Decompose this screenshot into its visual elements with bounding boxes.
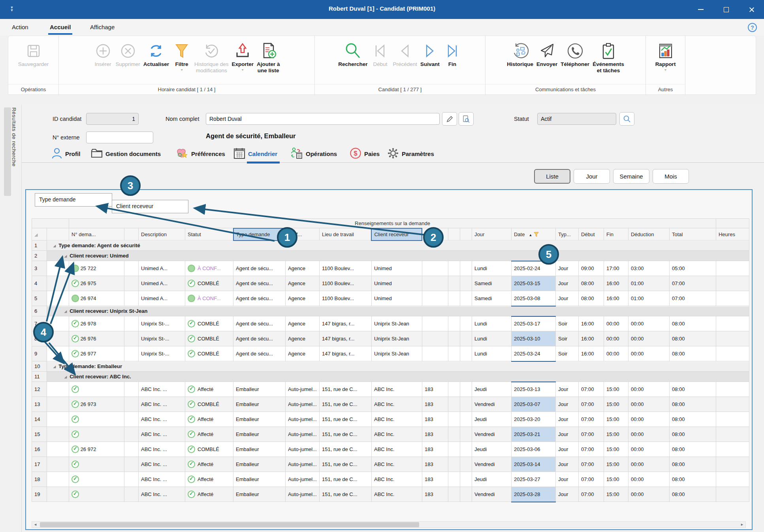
maximize-button[interactable] — [713, 0, 739, 19]
cell-indent[interactable] — [47, 261, 69, 276]
row-number[interactable]: 17 — [32, 457, 47, 472]
cell-ndem[interactable] — [69, 382, 124, 397]
cell-indent[interactable] — [47, 472, 69, 487]
filtre-button[interactable]: Filtre⌄ — [171, 39, 193, 72]
cell-heures[interactable] — [716, 412, 749, 427]
cell-ndem[interactable]: 26 975 — [69, 276, 124, 291]
cell-ded[interactable]: 00:00 — [628, 457, 669, 472]
cell-typedem[interactable]: Emballeur — [233, 442, 286, 457]
collapse-icon[interactable]: ◢ — [64, 310, 67, 313]
collapse-icon[interactable]: ◢ — [64, 254, 67, 258]
cell-date[interactable]: 2025-03-10 — [511, 331, 555, 346]
cell-typeaff[interactable]: Auto-jumel... — [286, 397, 320, 412]
cell-lieu[interactable]: 147 bigras, r... — [319, 331, 371, 346]
cell-debut[interactable]: 16:00 — [578, 346, 604, 361]
cell-typedem[interactable]: Agent de sécu... — [233, 346, 286, 361]
cell-jour[interactable]: Jeudi — [472, 442, 511, 457]
cell-client[interactable]: Uniprix St-Jean — [371, 331, 422, 346]
cell-heures[interactable] — [716, 487, 749, 502]
tab-param-tres[interactable]: Paramètres — [387, 146, 434, 161]
cell-typedem[interactable]: Emballeur — [233, 457, 286, 472]
cell-typedem[interactable]: Emballeur — [233, 427, 286, 442]
cell-total[interactable]: 08:00 — [669, 442, 716, 457]
cell-date[interactable]: 2025-03-15 — [511, 276, 555, 291]
cell-jour[interactable]: Lundi — [472, 346, 511, 361]
col-jour[interactable]: Jour — [472, 228, 511, 241]
cell-typ[interactable]: Jour — [555, 487, 578, 502]
cell-ded[interactable]: 00:00 — [628, 427, 669, 442]
schedule-row[interactable]: 8 26 976 Uniprix St-...COMBLÉAgent de sé… — [32, 331, 749, 346]
cell-desc[interactable]: Unimed A... — [139, 276, 185, 291]
cell-ded[interactable]: 00:00 — [628, 397, 669, 412]
cell-ndem[interactable] — [69, 472, 124, 487]
close-button[interactable] — [739, 0, 764, 19]
cell-lieu[interactable]: 151, rue de C... — [319, 457, 371, 472]
cell-desc[interactable]: ABC Inc. ... — [139, 442, 185, 457]
cell-be[interactable] — [422, 346, 448, 361]
cell-typeaff[interactable]: Auto-jumel... — [286, 472, 320, 487]
cell-e1[interactable] — [448, 291, 460, 306]
cell-e1[interactable] — [448, 346, 460, 361]
cell-fin[interactable]: 15:00 — [604, 487, 628, 502]
cell-typedem[interactable]: Emballeur — [233, 382, 286, 397]
cell-desc[interactable]: Unimed A... — [139, 261, 185, 276]
cell-date[interactable]: 2025-03-14 — [511, 457, 555, 472]
cell-ded[interactable]: 00:00 — [628, 346, 669, 361]
row-number[interactable]: 2 — [32, 251, 47, 261]
cell-fin[interactable]: 15:00 — [604, 427, 628, 442]
schedule-row[interactable]: 14 ABC Inc. ...AffectéEmballeurAuto-jume… — [32, 412, 749, 427]
cell-gap[interactable] — [124, 291, 139, 306]
cell-gap[interactable] — [124, 331, 139, 346]
cell-desc[interactable]: Uniprix St-... — [139, 331, 185, 346]
cell-be[interactable]: 183 — [422, 487, 448, 502]
cell-desc[interactable]: Unimed A... — [139, 291, 185, 306]
cell-client[interactable]: ABC Inc. — [371, 442, 422, 457]
cell-indent[interactable] — [47, 397, 69, 412]
rapport-button[interactable]: Rapport⌄ — [654, 39, 677, 72]
cell-typ[interactable]: Jour — [555, 261, 578, 276]
cell-debut[interactable]: 09:00 — [578, 261, 604, 276]
cell-ndem[interactable] — [69, 412, 124, 427]
minimize-button[interactable] — [688, 0, 713, 19]
col-statut[interactable]: Statut — [185, 228, 233, 241]
cell-fin[interactable]: 16:00 — [604, 291, 628, 306]
cell-gap[interactable] — [124, 316, 139, 331]
row-number[interactable]: 4 — [32, 276, 47, 291]
cell-e2[interactable] — [460, 382, 472, 397]
no-externe-field[interactable] — [86, 132, 153, 143]
group-row[interactable]: 11◢Client receveur: ABC Inc. — [32, 372, 749, 382]
cell-e1[interactable] — [448, 331, 460, 346]
cell-heures[interactable] — [716, 331, 749, 346]
cell-jour[interactable]: Vendredi — [472, 397, 511, 412]
cell-e2[interactable] — [460, 457, 472, 472]
collapse-icon[interactable]: ◢ — [64, 375, 67, 379]
cell-lieu[interactable]: 151, rue de C... — [319, 397, 371, 412]
cell-gap[interactable] — [124, 412, 139, 427]
cell-e2[interactable] — [460, 427, 472, 442]
cell-statut[interactable]: Affecté — [185, 487, 233, 502]
cell-statut[interactable]: COMBLÉ — [185, 442, 233, 457]
cell-typedem[interactable]: Agent de sécu... — [233, 276, 286, 291]
cell-client[interactable]: ABC Inc. — [371, 382, 422, 397]
cell-e1[interactable] — [448, 316, 460, 331]
cell-jour[interactable]: Samedi — [472, 276, 511, 291]
tab-calendrier[interactable]: Calendrier — [233, 146, 277, 161]
cell-e1[interactable] — [448, 427, 460, 442]
filter-funnel-icon[interactable] — [532, 231, 539, 237]
cell-typeaff[interactable]: Agence — [286, 316, 320, 331]
schedule-row[interactable]: 19 ABC Inc. ...AffectéEmballeurAuto-jume… — [32, 487, 749, 502]
cell-be[interactable] — [422, 261, 448, 276]
cell-e2[interactable] — [460, 397, 472, 412]
cell-heures[interactable] — [716, 346, 749, 361]
view-button-liste[interactable]: Liste — [534, 169, 570, 184]
cell-be[interactable] — [422, 276, 448, 291]
cell-statut[interactable]: Affecté — [185, 382, 233, 397]
cell-e2[interactable] — [460, 442, 472, 457]
schedule-row[interactable]: 3 25 722 Unimed A...À CONF...Agent de sé… — [32, 261, 749, 276]
search-results-tab[interactable]: Résultats de recherche — [11, 107, 17, 167]
cell-typ[interactable]: Jour — [555, 457, 578, 472]
col-date[interactable]: Date▲ — [511, 228, 555, 241]
cell-total[interactable]: 07:00 — [669, 276, 716, 291]
rechercher-button[interactable]: Rechercher — [337, 39, 369, 69]
cell-debut[interactable]: 07:00 — [578, 427, 604, 442]
